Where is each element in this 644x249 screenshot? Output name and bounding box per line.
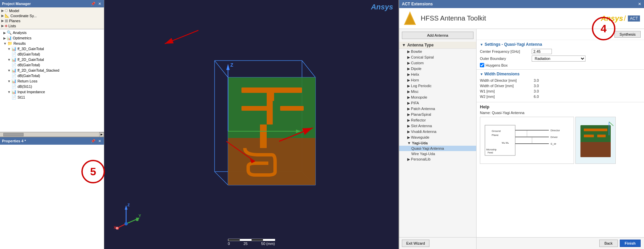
tree-item-input-impedance[interactable]: ▼ 📊 Input Impedance (1, 89, 103, 95)
huygens-box-row: Huygens Box (480, 63, 641, 67)
svg-rect-16 (241, 106, 268, 111)
expand-icon: ▶ (407, 118, 410, 122)
driver-width-value: 3.0 (534, 84, 539, 88)
antenna-item-horn[interactable]: ▶ Horn (399, 77, 476, 83)
expand-icon: ▶ (407, 95, 410, 99)
svg-rect-17 (280, 106, 304, 111)
finish-bar: Back Finish (477, 237, 644, 249)
dim-row-director: Width of Director [mm] 3.0 (480, 78, 641, 82)
svg-text:Plane: Plane (492, 134, 499, 137)
antenna-type-label: Antenna Type (407, 43, 433, 47)
antenna-item-slot[interactable]: ▶ Slot Antenna (399, 123, 476, 129)
add-antenna-button[interactable]: Add Antenna (402, 32, 473, 39)
tree-item-st11[interactable]: 📄 St11 (1, 95, 103, 100)
director-width-label: Width of Director [mm] (480, 78, 534, 82)
model-item[interactable]: ▶ ⬡ Model (0, 8, 104, 13)
antenna-item-log-periodic[interactable]: ▶ Log Periodic (399, 83, 476, 89)
antenna-type-header[interactable]: ▼ Antenna Type (399, 42, 476, 49)
antenna-item-planar-spiral[interactable]: ▶ PlanarSpiral (399, 112, 476, 117)
antenna-item-yagi-uda[interactable]: ▼ Yagi-Uda (399, 140, 476, 146)
antenna-item-personal-lib[interactable]: ▶ PersonalLib (399, 156, 476, 162)
antenna-item-quasi-yagi[interactable]: Quasi-Yagi Antenna (399, 146, 476, 151)
expand-icon: ▶ (407, 49, 410, 54)
tree-item-db1[interactable]: 📄 dB(GainTotal) (1, 51, 103, 57)
antenna-item-dipole[interactable]: ▶ Dipole (399, 66, 476, 72)
antenna-item-conical-spiral[interactable]: ▶ Conical Spiral (399, 55, 476, 60)
expand-icon: ▶ (407, 101, 410, 105)
settings-panel: Synthesis ▼ Settings - Quasi-Yagi Antenn… (477, 29, 644, 237)
close-button[interactable]: ✕ (98, 2, 102, 6)
svg-point-38 (136, 218, 139, 221)
outer-boundary-row: Outer Boundary Radiation PML None (480, 56, 641, 62)
help-antenna-name: Name: Quasi-Yagi Antenna (480, 111, 641, 115)
tree-scrollbar-h[interactable]: ▶ (0, 132, 104, 137)
scale-bar-container: 0 25 50 (mm) (228, 239, 275, 246)
antenna-item-patch[interactable]: ▶ Patch Antenna (399, 106, 476, 112)
scroll-right-btn[interactable]: ▶ (99, 132, 104, 137)
planes-item[interactable]: ▶ ▦ Planes (0, 18, 104, 23)
exit-wizard-button[interactable]: Exit Wizard (402, 240, 429, 247)
properties-title: Properties 4 * (2, 139, 26, 143)
center-freq-input[interactable] (532, 49, 552, 54)
antenna-item-vivaldi[interactable]: ▶ Vivaldi Antenna (399, 129, 476, 135)
tree-item-db2[interactable]: 📄 dB(GainTotal) (1, 62, 103, 68)
expand-icon: ▶ (407, 130, 410, 134)
props-close-button[interactable]: ✕ (98, 139, 102, 143)
scale-label-0: 0 (228, 242, 230, 246)
w2-value: 6.0 (534, 95, 539, 99)
svg-rect-62 (584, 135, 594, 137)
collapse-icon: ▼ (480, 43, 483, 46)
antenna-item-reflector[interactable]: ▶ Reflector (399, 117, 476, 123)
driver-width-label: Width of Driver [mm] (480, 84, 534, 88)
svg-text:Ground: Ground (492, 130, 501, 133)
scale-label-50: 50 (mm) (261, 242, 275, 246)
pin-button[interactable]: 📌 (90, 2, 96, 6)
antenna-item-bowtie[interactable]: ▶ Bowtie (399, 49, 476, 55)
w1-value: 3.0 (534, 89, 539, 93)
antenna-item-pifa[interactable]: ▶ PIFA (399, 100, 476, 106)
svg-line-4 (215, 61, 228, 77)
tree-item-ff2d-stacked[interactable]: ▼ 📊 ff_2D_GainTotal_Stacked (1, 68, 103, 73)
back-button[interactable]: Back (599, 240, 617, 247)
antenna-item-custom[interactable]: ▶ Custom (399, 60, 476, 66)
expand-icon: ▶ (407, 55, 410, 59)
svg-text:Z: Z (230, 62, 233, 68)
project-manager-title: Project Manager (2, 2, 31, 6)
antenna-list-panel: Add Antenna ▼ Antenna Type ▶ Bowtie ▶ Co… (399, 29, 477, 249)
finish-button[interactable]: Finish (620, 240, 641, 247)
exit-btn-row: Exit Wizard (399, 237, 476, 249)
props-pin-button[interactable]: 📌 (90, 139, 96, 143)
help-images-row: Ground Plane Microstrip Feed (480, 117, 641, 164)
tree-item-return-loss[interactable]: ▼ 📊 Return Loss (1, 78, 103, 84)
huygens-box-checkbox[interactable] (480, 63, 484, 67)
act-close-button[interactable]: ✕ (638, 2, 641, 6)
expand-icon: ▶ (407, 78, 410, 82)
tree-item-results[interactable]: ▼ 📁 Results (1, 41, 103, 46)
outer-boundary-select[interactable]: Radiation PML None (532, 56, 585, 62)
svg-marker-21 (226, 64, 230, 70)
tree-item-db3[interactable]: 📄 dB(GainTotal) (1, 73, 103, 78)
tree-item-ff3d[interactable]: ▼ 📊 ff_3D_GainTotal (1, 46, 103, 51)
tree-item-ff2d[interactable]: ▼ 📊 ff_2D_GainTotal (1, 57, 103, 62)
coordinate-item[interactable]: ▶ 📐 Coordinate Sy... (0, 13, 104, 18)
antenna-type-collapse-icon: ▼ (402, 43, 406, 47)
svg-marker-29 (125, 205, 127, 210)
antenna-item-waveguide[interactable]: ▶ Waveguide (399, 135, 476, 140)
antenna-item-misc[interactable]: ▶ Misc (399, 89, 476, 95)
tree-item-optimetrics[interactable]: ▶ 📊 Optimetrics (1, 35, 103, 41)
antenna-item-monopole[interactable]: ▶ Monopole (399, 95, 476, 100)
svg-line-2 (302, 61, 315, 77)
viewport-ansys-label: Ansys (371, 3, 393, 11)
tree-item-db4[interactable]: 📄 dB(St11) (1, 84, 103, 89)
lists-item[interactable]: ▶ ◈ Lists (0, 23, 104, 28)
antenna-item-wire-yagi[interactable]: Wire Yagi-Uda (399, 151, 476, 156)
expand-icon: ▶ (407, 112, 410, 116)
expand-icon: ▶ (407, 90, 410, 94)
antenna-item-helix[interactable]: ▶ Helix (399, 72, 476, 77)
svg-text:Feed: Feed (488, 151, 493, 154)
right-settings-col: Synthesis ▼ Settings - Quasi-Yagi Antenn… (477, 29, 644, 249)
act-badge: ACT (628, 15, 640, 22)
tree-item-analysis[interactable]: ▶ 🔍 Analysis (1, 30, 103, 35)
toolkit-header: HFSS Antenna Toolkit Ansys / ACT (399, 8, 644, 29)
synthesis-button[interactable]: Synthesis (614, 31, 641, 38)
